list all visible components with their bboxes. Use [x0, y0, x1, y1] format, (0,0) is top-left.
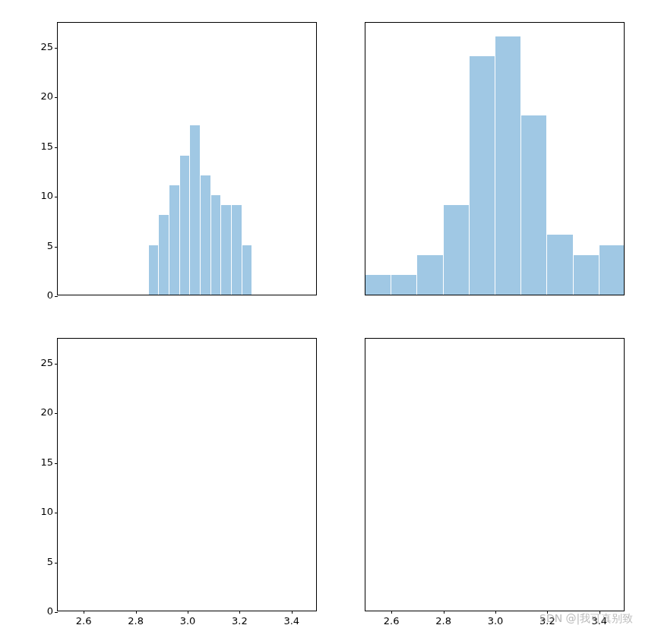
y-tick-label: 0	[47, 605, 53, 617]
x-tick-label: 3.2	[232, 615, 248, 627]
subplot-top-left: 0510152025	[57, 22, 317, 295]
y-tick-label: 25	[40, 40, 53, 52]
x-tick-label: 2.6	[384, 615, 400, 627]
x-tick-label: 2.6	[76, 615, 92, 627]
y-tick-mark	[55, 247, 58, 248]
x-tick-label: 2.8	[435, 615, 451, 627]
y-tick-label: 5	[47, 239, 53, 251]
y-tick-label: 10	[40, 190, 53, 201]
x-tick-label: 3.0	[180, 615, 196, 627]
subplot-top-right	[365, 22, 625, 295]
histogram-bar	[599, 245, 624, 295]
histogram-bar	[232, 205, 242, 295]
y-tick-mark	[55, 48, 58, 49]
x-tick-mark	[444, 611, 444, 614]
x-tick-mark	[136, 611, 137, 614]
x-tick-label: 3.4	[591, 615, 607, 627]
y-tick-label: 0	[47, 289, 53, 301]
x-tick-mark	[84, 611, 84, 614]
x-tick-label: 3.4	[283, 615, 299, 627]
y-tick-mark	[55, 296, 58, 297]
x-tick-mark	[599, 611, 600, 614]
histogram-bar	[190, 125, 200, 295]
y-tick-mark	[55, 197, 58, 197]
plot-area-bottom-right	[365, 339, 624, 611]
x-tick-mark	[495, 611, 496, 614]
histogram-bar	[417, 255, 442, 295]
y-tick-label: 15	[40, 456, 53, 467]
x-tick-mark	[239, 611, 240, 614]
subplot-bottom-right: 2.62.83.03.23.4	[365, 338, 625, 611]
x-tick-mark	[188, 611, 188, 614]
y-tick-mark	[55, 364, 58, 365]
histogram-bar	[149, 245, 159, 295]
y-tick-mark	[55, 97, 58, 98]
histogram-bar	[169, 185, 179, 295]
x-tick-label: 3.0	[488, 615, 504, 627]
histogram-bar	[221, 205, 231, 295]
plot-area-top-right	[365, 23, 624, 295]
x-tick-mark	[391, 611, 392, 614]
figure: 0510152025 05101520252.62.83.03.23.4 2.6…	[0, 0, 658, 644]
plot-area-bottom-left	[58, 339, 316, 611]
y-tick-mark	[55, 513, 58, 513]
x-tick-label: 2.8	[128, 615, 144, 627]
histogram-bar	[211, 195, 221, 295]
x-tick-mark	[547, 611, 548, 614]
y-tick-mark	[55, 463, 58, 464]
y-tick-label: 5	[47, 555, 53, 567]
histogram-bar	[470, 56, 495, 295]
histogram-bar	[365, 275, 391, 295]
y-tick-label: 25	[40, 356, 53, 368]
histogram-bar	[391, 275, 416, 295]
y-tick-mark	[55, 147, 58, 148]
x-tick-label: 3.2	[539, 615, 555, 627]
histogram-bar	[547, 235, 572, 295]
histogram-bar	[495, 36, 520, 295]
y-tick-label: 10	[40, 506, 53, 517]
y-tick-mark	[55, 563, 58, 564]
y-tick-label: 15	[40, 140, 53, 151]
y-tick-label: 20	[40, 406, 53, 418]
histogram-bar	[574, 255, 599, 295]
histogram-bar	[180, 156, 190, 295]
plot-area-top-left	[58, 23, 316, 295]
histogram-bar	[444, 205, 469, 295]
histogram-bar	[521, 115, 546, 295]
histogram-bar	[201, 175, 210, 295]
y-tick-label: 20	[40, 90, 53, 102]
histogram-bar	[159, 215, 169, 295]
y-tick-mark	[55, 612, 58, 613]
x-tick-mark	[292, 611, 293, 614]
subplot-bottom-left: 05101520252.62.83.03.23.4	[57, 338, 317, 611]
y-tick-mark	[55, 413, 58, 414]
histogram-bar	[242, 245, 252, 295]
